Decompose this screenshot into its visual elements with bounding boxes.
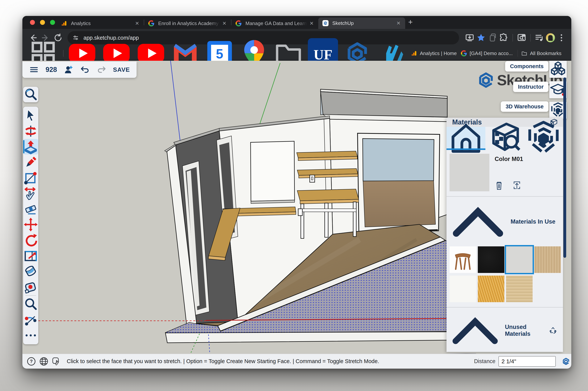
ga-icon: [61, 20, 67, 26]
material-white-plaster[interactable]: [449, 276, 476, 302]
profile-avatar[interactable]: [546, 33, 555, 42]
sketchup-logo-icon: [559, 357, 567, 366]
chevron-up-icon: [449, 201, 507, 242]
tab-enroll-analytics-academy[interactable]: Enroll in Analytics Academy c ✕: [144, 18, 231, 29]
document-count[interactable]: 928: [46, 66, 57, 74]
add-collaborator-icon[interactable]: [64, 65, 74, 75]
line-tool[interactable]: [23, 155, 38, 170]
tab-title: Analytics: [71, 20, 134, 26]
language-globe-icon[interactable]: [39, 357, 49, 366]
tab-title: SketchUp: [332, 20, 395, 26]
paint-bucket-tool[interactable]: [23, 263, 38, 279]
current-material-name: Color M01: [495, 156, 560, 163]
material-wood-grain-vertical[interactable]: [534, 246, 561, 273]
help-icon[interactable]: ?: [27, 357, 36, 366]
components-panel-button[interactable]: [549, 61, 567, 78]
move-tool[interactable]: [23, 217, 38, 232]
sketchup-viewport[interactable]: 928 SAVE Sk: [22, 61, 571, 354]
browser-window: Analytics ✕ Enroll in Analytics Academy …: [22, 16, 571, 369]
minimize-window-button[interactable]: [40, 20, 45, 25]
close-icon[interactable]: ✕: [395, 20, 402, 26]
purge-unused-icon[interactable]: [549, 326, 557, 335]
bookmark-ga4-demo[interactable]: [GA4] Demo acco...: [461, 50, 513, 56]
rotate-tool[interactable]: [23, 232, 38, 248]
material-color-m01-selected[interactable]: [506, 246, 533, 273]
media-controls-icon[interactable]: [534, 33, 544, 43]
save-button[interactable]: SAVE: [113, 66, 130, 73]
pencil-icon: [23, 155, 38, 170]
tab-title: Enroll in Analytics Academy c: [158, 20, 221, 26]
materials-panel: Materials Color M01: [446, 118, 563, 352]
panel-scrollbar[interactable]: [563, 78, 566, 258]
tab-warehouse-materials[interactable]: [524, 127, 563, 150]
sketchup-logo-icon: [477, 71, 495, 90]
rectangle-tool[interactable]: [23, 170, 38, 186]
tape-measure-icon: [23, 279, 38, 294]
pan-hand-icon: [23, 186, 38, 201]
tab-home-materials[interactable]: [446, 127, 485, 150]
zoom-tool[interactable]: [23, 296, 38, 312]
install-app-icon[interactable]: [465, 33, 475, 43]
search-tabs-icon[interactable]: [517, 33, 526, 43]
new-tab-button[interactable]: +: [405, 17, 416, 28]
folder-icon: [521, 50, 527, 56]
orbit-tool[interactable]: [23, 123, 38, 139]
tab-strip: Analytics ✕ Enroll in Analytics Academy …: [22, 16, 571, 29]
tool-rail: [23, 107, 38, 344]
close-icon[interactable]: ✕: [134, 20, 140, 27]
arc-icon: [23, 312, 38, 327]
zoom-window-button[interactable]: [50, 20, 55, 25]
google-icon: [461, 50, 467, 56]
material-wood-table-photo[interactable]: [449, 246, 476, 273]
extensions-icon[interactable]: [499, 33, 509, 43]
tab-group-icon[interactable]: [488, 33, 497, 43]
status-bar: ? Click to select the face that you want…: [22, 354, 571, 369]
material-black[interactable]: [478, 246, 504, 273]
redo-icon[interactable]: [96, 65, 106, 75]
more-tools[interactable]: [23, 328, 38, 343]
tape-measure-tool[interactable]: [23, 279, 38, 294]
warehouse-tooltip: 3D Warehouse: [501, 101, 549, 112]
current-material-swatch[interactable]: [449, 154, 489, 191]
menu-hamburger-icon[interactable]: [29, 65, 39, 75]
materials-in-use-grid: [449, 246, 560, 302]
close-icon[interactable]: ✕: [221, 20, 228, 27]
bookmark-analytics-home[interactable]: Analytics | Home: [411, 50, 457, 56]
eraser-tool[interactable]: [23, 201, 38, 217]
push-pull-tool[interactable]: [23, 139, 38, 155]
select-tool[interactable]: [23, 108, 38, 123]
tab-analytics[interactable]: Analytics ✕: [57, 18, 144, 29]
chevron-up-icon: [449, 312, 501, 349]
tab-manage-ga-data[interactable]: Manage GA Data and Learn to ✕: [231, 18, 318, 29]
distance-label: Distance: [474, 358, 495, 364]
distance-input[interactable]: [499, 356, 556, 367]
svg-text:UF: UF: [313, 47, 333, 62]
material-wood-smooth[interactable]: [506, 276, 533, 302]
materials-tabs: [446, 127, 563, 150]
upload-material-icon[interactable]: [513, 180, 521, 190]
svg-text:?: ?: [30, 359, 33, 364]
unused-materials-header[interactable]: Unused Materials: [449, 312, 560, 349]
close-icon[interactable]: ✕: [308, 20, 315, 27]
tool-search-button[interactable]: [23, 87, 38, 102]
tab-sketchup-active[interactable]: SketchUp ✕: [318, 17, 405, 29]
gesture-click-icon[interactable]: [52, 357, 61, 366]
chrome-menu-icon[interactable]: [557, 33, 566, 43]
close-window-button[interactable]: [30, 20, 35, 25]
bookmark-star-icon[interactable]: [476, 33, 486, 43]
all-bookmarks-button[interactable]: All Bookmarks: [521, 50, 561, 56]
arc-tool[interactable]: [23, 312, 38, 328]
toolbar-separator: [513, 34, 513, 42]
google-icon: [148, 20, 154, 26]
google-icon: [236, 20, 242, 26]
delete-material-icon[interactable]: [495, 180, 503, 190]
tab-browse-materials[interactable]: [485, 127, 524, 150]
app-toolbar: 928 SAVE: [22, 62, 137, 78]
rectangle-icon: [23, 170, 38, 186]
pan-tool[interactable]: [23, 186, 38, 201]
scale-tool[interactable]: [23, 248, 38, 263]
panel-divider: [446, 307, 563, 307]
undo-icon[interactable]: [80, 65, 90, 75]
materials-in-use-header[interactable]: Materials In Use: [449, 201, 560, 242]
material-straw[interactable]: [478, 276, 504, 302]
